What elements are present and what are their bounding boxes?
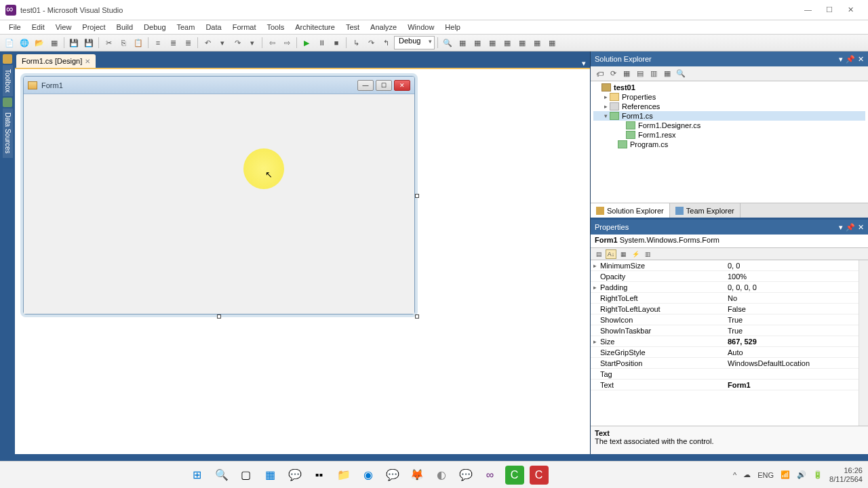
open-icon[interactable]: 📂 — [33, 36, 46, 49]
refresh-icon[interactable]: ▦ — [620, 68, 633, 80]
start-icon[interactable]: ⊞ — [188, 466, 207, 485]
ext4-icon[interactable]: ▦ — [500, 36, 514, 49]
menu-help[interactable]: Help — [440, 22, 465, 33]
toolbox-tab[interactable]: Toolbox — [3, 65, 13, 96]
add-item-icon[interactable]: ▦ — [47, 36, 61, 49]
edge-icon[interactable]: ◉ — [359, 466, 378, 485]
properties-object-combo[interactable]: Form1 System.Windows.Forms.Form — [591, 235, 868, 248]
onedrive-icon[interactable]: ☁ — [743, 470, 751, 479]
menu-build[interactable]: Build — [112, 22, 138, 33]
tab-close-icon[interactable]: ✕ — [85, 58, 90, 65]
ext7-icon[interactable]: ▦ — [545, 36, 559, 49]
cut-icon[interactable]: ✂ — [102, 36, 115, 49]
show-all-icon[interactable]: ⟳ — [607, 68, 619, 80]
menu-edit[interactable]: Edit — [27, 22, 50, 33]
ext2-icon[interactable]: ▦ — [471, 36, 484, 49]
tray-chevron-icon[interactable]: ^ — [733, 471, 736, 479]
menu-team[interactable]: Team — [172, 22, 200, 33]
tree-form1[interactable]: ▾Form1.cs — [593, 111, 865, 121]
menu-window[interactable]: Window — [403, 22, 439, 33]
new-website-icon[interactable]: 🌐 — [18, 36, 31, 49]
designer-canvas[interactable]: Form1 — ☐ ✕ ↖ — [15, 68, 590, 454]
resize-handle-bottom[interactable] — [217, 314, 221, 319]
menu-analyze[interactable]: Analyze — [366, 22, 401, 33]
toolbox-icon[interactable] — [3, 54, 12, 64]
props-icon[interactable]: ▦ — [618, 249, 629, 259]
save-all-icon[interactable]: 💾 — [82, 36, 96, 49]
categorized-icon[interactable]: ▤ — [593, 249, 604, 259]
tree-references[interactable]: ▸References — [593, 102, 865, 111]
firefox-icon[interactable]: 🦊 — [408, 466, 427, 485]
property-row[interactable]: RightToLeftNo — [591, 293, 859, 304]
copy-icon[interactable]: ⎘ — [117, 36, 130, 49]
undo-drop-icon[interactable]: ▾ — [216, 36, 229, 49]
view-designer-icon[interactable]: ▥ — [648, 68, 660, 80]
properties-grid[interactable]: ▸MinimumSize0, 0Opacity100%▸Padding0, 0,… — [591, 260, 859, 426]
property-row[interactable]: ShowInTaskbarTrue — [591, 325, 859, 336]
design-form[interactable]: Form1 — ☐ ✕ ↖ — [23, 76, 415, 314]
explorer-icon[interactable]: 📁 — [334, 466, 353, 485]
tab-team-explorer[interactable]: Team Explorer — [670, 203, 741, 218]
tab-form1-design[interactable]: Form1.cs [Design] ✕ — [16, 54, 96, 68]
property-row[interactable]: SizeGripStyleAuto — [591, 347, 859, 358]
resize-handle-right[interactable] — [415, 194, 419, 198]
form-close-button[interactable]: ✕ — [394, 80, 410, 91]
property-row[interactable]: RightToLeftLayoutFalse — [591, 304, 859, 314]
property-row[interactable]: StartPositionWindowsDefaultLocation — [591, 358, 859, 369]
step-into-icon[interactable]: ↳ — [349, 36, 363, 49]
tree-project[interactable]: test01 — [593, 83, 865, 92]
menu-project[interactable]: Project — [77, 22, 110, 33]
form-minimize-button[interactable]: — — [357, 80, 374, 91]
events-icon[interactable]: ⚡ — [630, 249, 641, 259]
ext5-icon[interactable]: ▦ — [515, 36, 529, 49]
tray-lang[interactable]: ENG — [757, 471, 774, 479]
pages-icon[interactable]: ▥ — [642, 249, 653, 259]
redo-drop-icon[interactable]: ▾ — [245, 36, 259, 49]
tray-clock[interactable]: 16:26 8/11/2564 — [829, 466, 863, 483]
properties-icon[interactable]: 🏷 — [593, 68, 606, 80]
search-task-icon[interactable]: 🔍 — [212, 466, 231, 485]
volume-icon[interactable]: 🔊 — [797, 470, 806, 479]
minimize-button[interactable]: — — [804, 5, 814, 15]
step-out-icon[interactable]: ↰ — [379, 36, 393, 49]
step-over-icon[interactable]: ↷ — [364, 36, 378, 49]
undo-icon[interactable]: ↶ — [201, 36, 214, 49]
view-code-icon[interactable]: ▤ — [634, 68, 646, 80]
nav-back-icon[interactable]: ⇦ — [265, 36, 279, 49]
config-combo[interactable]: Debug — [394, 36, 435, 49]
view-class-icon[interactable]: ▦ — [661, 68, 673, 80]
solution-tree[interactable]: test01 ▸Properties ▸References ▾Form1.cs… — [591, 81, 868, 203]
uncomment-icon[interactable]: ≣ — [181, 36, 195, 49]
pause-icon[interactable]: ⏸ — [315, 36, 328, 49]
camtasia-icon[interactable]: C — [505, 466, 524, 485]
property-row[interactable]: TextForm1 — [591, 380, 859, 390]
stop-icon[interactable]: ■ — [330, 36, 343, 49]
panel-pin-icon[interactable]: 📌 — [846, 55, 855, 64]
properties-header[interactable]: Properties ▾ 📌 ✕ — [591, 220, 868, 235]
battery-icon[interactable]: 🔋 — [813, 470, 823, 479]
teams-icon[interactable]: 💬 — [285, 466, 304, 485]
app1-icon[interactable]: ▪▪ — [310, 466, 329, 485]
paste-icon[interactable]: 📋 — [132, 36, 145, 49]
menu-file[interactable]: File — [4, 22, 26, 33]
form-maximize-button[interactable]: ☐ — [376, 80, 392, 91]
tab-solution-explorer[interactable]: Solution Explorer — [591, 203, 670, 218]
menu-view[interactable]: View — [51, 22, 77, 33]
property-row[interactable]: ShowIconTrue — [591, 314, 859, 325]
ext6-icon[interactable]: ▦ — [530, 36, 544, 49]
messenger-icon[interactable]: 💬 — [383, 466, 402, 485]
menu-debug[interactable]: Debug — [139, 22, 170, 33]
form-client-area[interactable] — [24, 94, 414, 314]
maximize-button[interactable]: ☐ — [826, 5, 835, 15]
tabs-overflow-icon[interactable]: ▾ — [578, 59, 590, 68]
tree-program[interactable]: Program.cs — [593, 140, 865, 149]
find-icon[interactable]: 🔍 — [441, 36, 454, 49]
property-row[interactable]: ▸Size867, 529 — [591, 336, 859, 347]
taskview-icon[interactable]: ▢ — [237, 466, 256, 485]
redo-icon[interactable]: ↷ — [231, 36, 244, 49]
app3-icon[interactable]: ◐ — [432, 466, 451, 485]
comment-icon[interactable]: ≣ — [166, 36, 180, 49]
menu-test[interactable]: Test — [341, 22, 364, 33]
menu-tools[interactable]: Tools — [262, 22, 290, 33]
resize-handle-corner[interactable] — [415, 314, 419, 319]
